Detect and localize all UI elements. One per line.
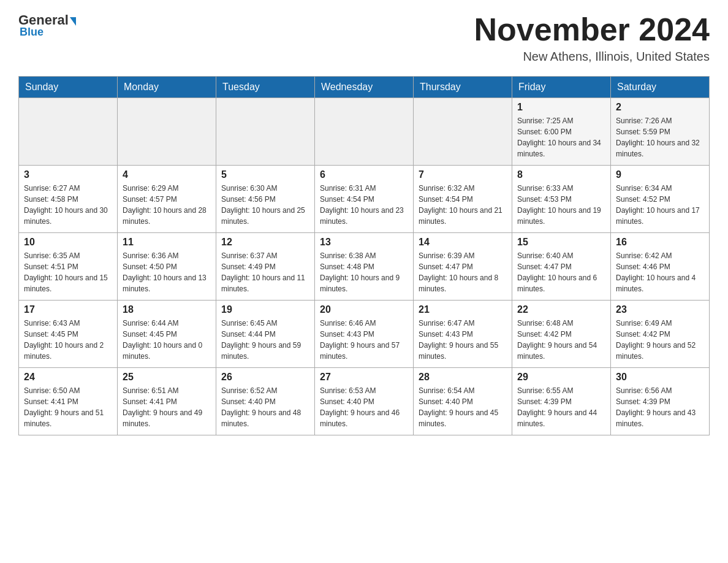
calendar-cell [19,98,118,166]
calendar-week-row: 10Sunrise: 6:35 AMSunset: 4:51 PMDayligh… [19,233,710,301]
day-number: 29 [517,372,605,383]
day-number: 9 [616,169,704,180]
day-info: Sunrise: 6:49 AMSunset: 4:42 PMDaylight:… [616,318,704,362]
day-info: Sunrise: 6:47 AMSunset: 4:43 PMDaylight:… [419,318,507,362]
day-number: 12 [221,237,309,248]
day-number: 10 [24,237,112,248]
day-number: 27 [320,372,408,383]
day-info: Sunrise: 6:36 AMSunset: 4:50 PMDaylight:… [123,250,211,294]
calendar-day-header: Sunday [19,77,118,98]
month-title: November 2024 [474,12,710,47]
day-number: 5 [221,169,309,180]
logo: General Blue [18,12,76,39]
day-info: Sunrise: 6:50 AMSunset: 4:41 PMDaylight:… [24,385,112,429]
calendar-week-row: 1Sunrise: 7:25 AMSunset: 6:00 PMDaylight… [19,98,710,166]
calendar-cell: 7Sunrise: 6:32 AMSunset: 4:54 PMDaylight… [414,166,512,233]
day-info: Sunrise: 6:34 AMSunset: 4:52 PMDaylight:… [616,183,704,227]
calendar-cell: 5Sunrise: 6:30 AMSunset: 4:56 PMDaylight… [216,166,315,233]
day-number: 7 [419,169,507,180]
day-info: Sunrise: 6:32 AMSunset: 4:54 PMDaylight:… [419,183,507,227]
day-info: Sunrise: 6:56 AMSunset: 4:39 PMDaylight:… [616,385,704,429]
day-number: 20 [320,304,408,315]
calendar-cell: 23Sunrise: 6:49 AMSunset: 4:42 PMDayligh… [611,301,710,368]
day-info: Sunrise: 6:46 AMSunset: 4:43 PMDaylight:… [320,318,408,362]
calendar-day-header: Friday [512,77,611,98]
calendar-day-header: Saturday [611,77,710,98]
day-number: 24 [24,372,112,383]
calendar-cell: 11Sunrise: 6:36 AMSunset: 4:50 PMDayligh… [118,233,216,301]
calendar-cell: 12Sunrise: 6:37 AMSunset: 4:49 PMDayligh… [216,233,315,301]
calendar-day-header: Monday [118,77,216,98]
day-info: Sunrise: 6:33 AMSunset: 4:53 PMDaylight:… [517,183,605,227]
day-number: 25 [123,372,211,383]
day-number: 1 [517,102,605,113]
logo-blue: Blue [20,26,44,39]
calendar-cell: 15Sunrise: 6:40 AMSunset: 4:47 PMDayligh… [512,233,611,301]
calendar-week-row: 24Sunrise: 6:50 AMSunset: 4:41 PMDayligh… [19,368,710,435]
title-section: November 2024 New Athens, Illinois, Unit… [474,12,710,64]
calendar-cell: 2Sunrise: 7:26 AMSunset: 5:59 PMDaylight… [611,98,710,166]
location-title: New Athens, Illinois, United States [474,50,710,64]
calendar-day-header: Thursday [414,77,512,98]
day-info: Sunrise: 6:30 AMSunset: 4:56 PMDaylight:… [221,183,309,227]
calendar-header-row: SundayMondayTuesdayWednesdayThursdayFrid… [19,77,710,98]
day-number: 8 [517,169,605,180]
page-header: General Blue November 2024 New Athens, I… [18,12,710,64]
calendar-cell: 14Sunrise: 6:39 AMSunset: 4:47 PMDayligh… [414,233,512,301]
calendar-cell: 26Sunrise: 6:52 AMSunset: 4:40 PMDayligh… [216,368,315,435]
calendar-week-row: 3Sunrise: 6:27 AMSunset: 4:58 PMDaylight… [19,166,710,233]
day-info: Sunrise: 6:31 AMSunset: 4:54 PMDaylight:… [320,183,408,227]
day-info: Sunrise: 6:54 AMSunset: 4:40 PMDaylight:… [419,385,507,429]
calendar-cell [216,98,315,166]
day-info: Sunrise: 6:44 AMSunset: 4:45 PMDaylight:… [123,318,211,362]
day-info: Sunrise: 6:29 AMSunset: 4:57 PMDaylight:… [123,183,211,227]
day-number: 14 [419,237,507,248]
day-number: 26 [221,372,309,383]
day-info: Sunrise: 6:51 AMSunset: 4:41 PMDaylight:… [123,385,211,429]
calendar-cell: 28Sunrise: 6:54 AMSunset: 4:40 PMDayligh… [414,368,512,435]
day-number: 17 [24,304,112,315]
day-number: 3 [24,169,112,180]
calendar-cell: 8Sunrise: 6:33 AMSunset: 4:53 PMDaylight… [512,166,611,233]
calendar-day-header: Wednesday [315,77,414,98]
day-info: Sunrise: 6:43 AMSunset: 4:45 PMDaylight:… [24,318,112,362]
day-number: 16 [616,237,704,248]
day-info: Sunrise: 6:52 AMSunset: 4:40 PMDaylight:… [221,385,309,429]
calendar-cell [414,98,512,166]
day-info: Sunrise: 6:45 AMSunset: 4:44 PMDaylight:… [221,318,309,362]
logo-triangle-icon [70,17,76,26]
day-number: 19 [221,304,309,315]
calendar-cell: 21Sunrise: 6:47 AMSunset: 4:43 PMDayligh… [414,301,512,368]
calendar-cell: 3Sunrise: 6:27 AMSunset: 4:58 PMDaylight… [19,166,118,233]
day-number: 23 [616,304,704,315]
day-number: 13 [320,237,408,248]
day-info: Sunrise: 6:53 AMSunset: 4:40 PMDaylight:… [320,385,408,429]
day-number: 4 [123,169,211,180]
calendar-week-row: 17Sunrise: 6:43 AMSunset: 4:45 PMDayligh… [19,301,710,368]
calendar-cell: 22Sunrise: 6:48 AMSunset: 4:42 PMDayligh… [512,301,611,368]
calendar-cell: 24Sunrise: 6:50 AMSunset: 4:41 PMDayligh… [19,368,118,435]
day-info: Sunrise: 7:25 AMSunset: 6:00 PMDaylight:… [517,115,605,159]
calendar-cell: 1Sunrise: 7:25 AMSunset: 6:00 PMDaylight… [512,98,611,166]
calendar-cell: 10Sunrise: 6:35 AMSunset: 4:51 PMDayligh… [19,233,118,301]
calendar-cell: 29Sunrise: 6:55 AMSunset: 4:39 PMDayligh… [512,368,611,435]
day-info: Sunrise: 6:27 AMSunset: 4:58 PMDaylight:… [24,183,112,227]
calendar-table: SundayMondayTuesdayWednesdayThursdayFrid… [18,76,710,435]
day-info: Sunrise: 6:48 AMSunset: 4:42 PMDaylight:… [517,318,605,362]
day-info: Sunrise: 6:35 AMSunset: 4:51 PMDaylight:… [24,250,112,294]
day-info: Sunrise: 6:39 AMSunset: 4:47 PMDaylight:… [419,250,507,294]
calendar-cell: 6Sunrise: 6:31 AMSunset: 4:54 PMDaylight… [315,166,414,233]
day-number: 6 [320,169,408,180]
day-number: 18 [123,304,211,315]
day-info: Sunrise: 7:26 AMSunset: 5:59 PMDaylight:… [616,115,704,159]
day-info: Sunrise: 6:40 AMSunset: 4:47 PMDaylight:… [517,250,605,294]
calendar-cell: 18Sunrise: 6:44 AMSunset: 4:45 PMDayligh… [118,301,216,368]
day-info: Sunrise: 6:37 AMSunset: 4:49 PMDaylight:… [221,250,309,294]
day-number: 30 [616,372,704,383]
day-number: 21 [419,304,507,315]
day-number: 11 [123,237,211,248]
calendar-cell: 9Sunrise: 6:34 AMSunset: 4:52 PMDaylight… [611,166,710,233]
calendar-cell: 25Sunrise: 6:51 AMSunset: 4:41 PMDayligh… [118,368,216,435]
calendar-cell: 20Sunrise: 6:46 AMSunset: 4:43 PMDayligh… [315,301,414,368]
day-number: 2 [616,102,704,113]
